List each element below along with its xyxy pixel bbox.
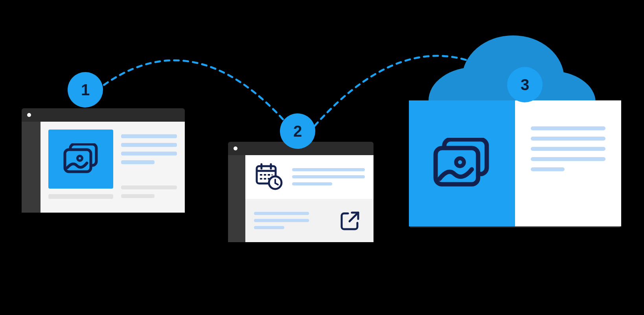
gallery-icon: [63, 143, 99, 175]
step-card-2: [228, 142, 374, 242]
placeholder-line: [531, 126, 605, 130]
step-badge-1: 1: [68, 72, 103, 107]
step-card-1: [22, 108, 185, 213]
window-titlebar: [22, 108, 185, 122]
placeholder-line: [531, 147, 605, 151]
text-lines: [254, 208, 309, 233]
display-text: [515, 100, 621, 226]
placeholder-line: [48, 194, 113, 199]
placeholder-line: [121, 194, 155, 198]
window-dot-icon: [27, 113, 31, 117]
window-dot-icon: [234, 146, 237, 150]
step-badge-3: 3: [507, 67, 543, 102]
step-number: 1: [81, 81, 90, 99]
placeholder-line: [121, 185, 177, 189]
placeholder-line: [121, 160, 155, 164]
calendar-clock-icon: [255, 163, 283, 191]
placeholder-line: [121, 152, 177, 156]
placeholder-line: [254, 226, 284, 229]
external-link-icon: [340, 210, 361, 231]
step-number: 3: [521, 76, 529, 94]
media-preview: [48, 130, 113, 189]
window-sidebar: [228, 155, 245, 242]
display-media: [409, 100, 515, 226]
text-lines: [121, 130, 177, 205]
placeholder-line: [531, 137, 605, 141]
placeholder-line: [292, 175, 365, 178]
placeholder-line: [292, 182, 332, 185]
step-card-3: [409, 100, 621, 226]
window-sidebar: [22, 122, 40, 213]
gallery-icon: [432, 138, 491, 189]
step-badge-2: 2: [280, 113, 315, 149]
publish-panel: [245, 199, 374, 243]
step-number: 2: [293, 122, 302, 140]
placeholder-line: [254, 219, 309, 222]
placeholder-line: [254, 212, 309, 215]
svg-line-12: [350, 213, 358, 221]
placeholder-line: [531, 167, 565, 171]
window-content: [40, 122, 185, 213]
text-lines: [292, 164, 365, 189]
placeholder-line: [121, 143, 177, 147]
placeholder-line: [531, 157, 605, 161]
placeholder-line: [292, 168, 365, 171]
placeholder-line: [121, 134, 177, 138]
schedule-panel: [245, 155, 374, 199]
